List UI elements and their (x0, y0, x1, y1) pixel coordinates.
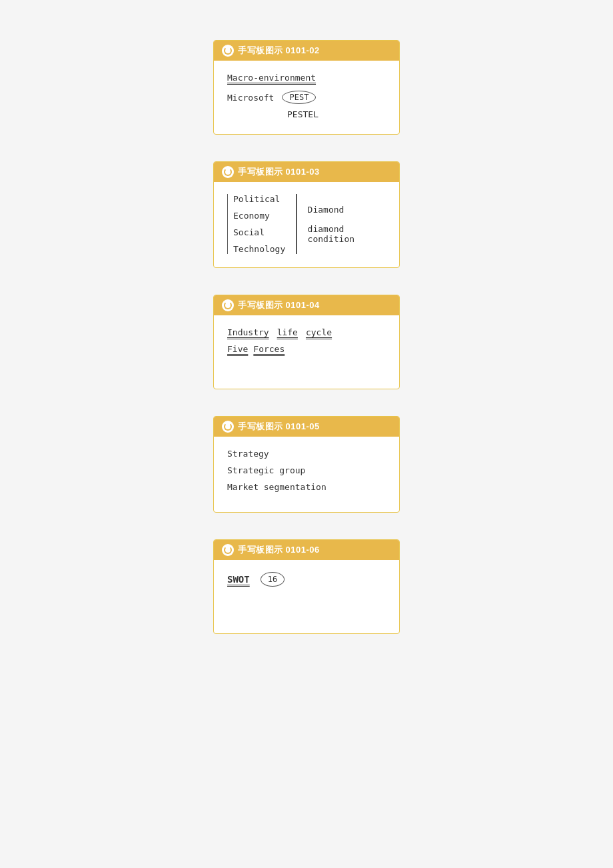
card-4-header: 手写板图示 0101-05 (214, 417, 399, 437)
header-icon-1 (222, 45, 234, 57)
card-1-row: Microsoft PEST (227, 91, 386, 104)
card-2-body: Political Economy Social Technology Diam… (214, 182, 399, 267)
card-1-body: Macro-environment Microsoft PEST PESTEL (214, 61, 399, 134)
card-5-row: SWOT 16 (227, 572, 386, 587)
forces-text: Forces (253, 344, 285, 354)
social-text: Social (233, 227, 285, 237)
card-2-content: Political Economy Social Technology Diam… (227, 194, 386, 254)
life-text: life (277, 327, 298, 337)
strategic-group-text: Strategic group (227, 465, 386, 475)
card-3: 手写板图示 0101-04 Industry life cycle Five F… (213, 295, 400, 389)
card-3-header: 手写板图示 0101-04 (214, 295, 399, 315)
header-icon-3 (222, 299, 234, 311)
political-text: Political (233, 194, 285, 204)
diamond-text: Diamond (308, 205, 386, 215)
card-3-title: 手写板图示 0101-04 (238, 299, 320, 311)
card-5-header: 手写板图示 0101-06 (214, 540, 399, 560)
card-1-title: 手写板图示 0101-02 (238, 45, 320, 57)
technology-text: Technology (233, 244, 285, 254)
card-2-title: 手写板图示 0101-03 (238, 166, 320, 178)
economy-text: Economy (233, 211, 285, 221)
card-1-header: 手写板图示 0101-02 (214, 41, 399, 61)
card-5: 手写板图示 0101-06 SWOT 16 (213, 539, 400, 634)
card-3-row1: Industry life cycle (227, 327, 386, 337)
card-2-header: 手写板图示 0101-03 (214, 162, 399, 182)
diamond-condition-text: diamond condition (308, 224, 386, 244)
market-segmentation-text: Market segmentation (227, 482, 386, 492)
card-3-row2: Five Forces (227, 344, 386, 354)
header-icon-5 (222, 544, 234, 556)
card-2-right: Diamond diamond condition (308, 194, 386, 254)
card-2: 手写板图示 0101-03 Political Economy Social T… (213, 161, 400, 268)
number-oval: 16 (261, 572, 285, 587)
card-4-body: Strategy Strategic group Market segmenta… (214, 437, 399, 512)
header-icon-4 (222, 421, 234, 433)
swot-text: SWOT (227, 574, 250, 585)
macro-environment-text: Macro-environment (227, 73, 316, 83)
header-icon-2 (222, 166, 234, 178)
five-text: Five (227, 344, 248, 354)
pest-oval: PEST (282, 91, 316, 104)
card-5-title: 手写板图示 0101-06 (238, 544, 320, 556)
card-4-title: 手写板图示 0101-05 (238, 421, 320, 433)
pestel-text: PESTEL (287, 109, 386, 119)
industry-text: Industry (227, 327, 269, 337)
card-1: 手写板图示 0101-02 Macro-environment Microsof… (213, 40, 400, 135)
card-3-body: Industry life cycle Five Forces (214, 315, 399, 389)
cycle-text: cycle (306, 327, 332, 337)
card-2-left: Political Economy Social Technology (227, 194, 285, 254)
card-5-body: SWOT 16 (214, 560, 399, 633)
card-4: 手写板图示 0101-05 Strategy Strategic group M… (213, 416, 400, 513)
microsoft-text: Microsoft (227, 93, 274, 103)
card-2-divider (296, 194, 297, 254)
strategy-text: Strategy (227, 449, 386, 459)
